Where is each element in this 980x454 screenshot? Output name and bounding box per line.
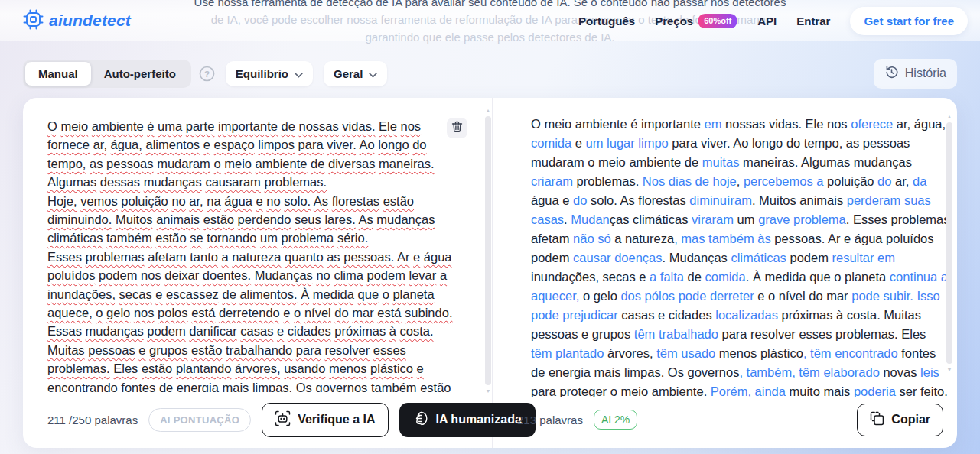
ai-percent-badge: AI 2% bbox=[594, 410, 637, 430]
copy-icon bbox=[870, 411, 884, 429]
svg-text:?: ? bbox=[204, 69, 210, 78]
copy-button[interactable]: Copiar bbox=[857, 404, 943, 436]
chip-icon bbox=[23, 9, 44, 33]
output-bottom-bar: 213 palavras AI 2% Copiar bbox=[493, 397, 957, 448]
copy-label: Copiar bbox=[891, 413, 930, 426]
robot-scan-icon bbox=[275, 410, 291, 430]
history-label: História bbox=[905, 66, 946, 80]
logo[interactable]: aiundetect bbox=[23, 9, 131, 33]
header-nav: Português Preços 60%off API Entrar Get s… bbox=[578, 7, 968, 35]
nav-pricing-label: Preços bbox=[655, 15, 693, 28]
help-icon[interactable]: ? bbox=[199, 66, 215, 82]
chevron-down-icon bbox=[295, 67, 303, 80]
scroll-up-icon[interactable]: ▲ bbox=[947, 114, 952, 119]
output-text: O meio ambiente é importante em nossas v… bbox=[531, 115, 950, 397]
nav-login[interactable]: Entrar bbox=[796, 15, 830, 28]
mode-manual-tab[interactable]: Manual bbox=[25, 62, 91, 86]
purpose-dropdown-label: Geral bbox=[334, 67, 363, 80]
editor-text[interactable]: O meio ambiente é uma parte importante d… bbox=[47, 117, 462, 392]
editor-scrollbar[interactable]: ▲ ▼ bbox=[485, 116, 491, 385]
balance-dropdown-label: Equilíbrio bbox=[236, 67, 288, 80]
output-word-count: 213 palavras bbox=[517, 413, 583, 426]
scroll-up-icon[interactable]: ▲ bbox=[486, 108, 491, 113]
editor-pane: O meio ambiente é uma parte importante d… bbox=[23, 98, 492, 448]
nav-api[interactable]: API bbox=[757, 15, 777, 28]
scroll-down-icon[interactable]: ▼ bbox=[947, 367, 952, 372]
check-ai-button[interactable]: Verifique a IA bbox=[262, 403, 388, 437]
nav-language[interactable]: Português bbox=[578, 15, 635, 28]
mode-segmented-control: Manual Auto-perfeito bbox=[23, 60, 191, 88]
output-scrollbar[interactable]: ▲ ▼ bbox=[946, 122, 952, 364]
editor-word-count: 211 /250 palavras bbox=[47, 413, 138, 426]
toolbar: Manual Auto-perfeito ? Equilíbrio Geral … bbox=[23, 59, 957, 88]
editor-bottom-bar: 211 /250 palavras AI PONTUAÇÃO Verifique… bbox=[23, 397, 492, 448]
get-started-button[interactable]: Get start for free bbox=[850, 7, 968, 35]
scroll-down-icon[interactable]: ▼ bbox=[486, 388, 491, 394]
header: aiundetect Português Preços 60%off API E… bbox=[0, 0, 980, 41]
mode-auto-tab[interactable]: Auto-perfeito bbox=[91, 62, 189, 86]
ai-score-pill: AI PONTUAÇÃO bbox=[148, 408, 251, 432]
balance-dropdown[interactable]: Equilíbrio bbox=[226, 61, 313, 86]
main-card: O meio ambiente é uma parte importante d… bbox=[23, 98, 957, 448]
history-button[interactable]: História bbox=[874, 59, 957, 89]
check-ai-label: Verifique a IA bbox=[298, 413, 375, 426]
chevron-down-icon bbox=[369, 67, 377, 80]
purpose-dropdown[interactable]: Geral bbox=[324, 61, 387, 86]
clear-text-button[interactable] bbox=[447, 118, 467, 138]
nav-pricing[interactable]: Preços 60%off bbox=[655, 14, 737, 28]
trash-icon bbox=[451, 121, 463, 136]
discount-badge: 60%off bbox=[698, 14, 737, 28]
output-pane: O meio ambiente é importante em nossas v… bbox=[493, 98, 957, 448]
logo-text: aiundetect bbox=[49, 11, 131, 30]
history-icon bbox=[884, 65, 899, 83]
brain-circuit-icon bbox=[413, 410, 429, 430]
